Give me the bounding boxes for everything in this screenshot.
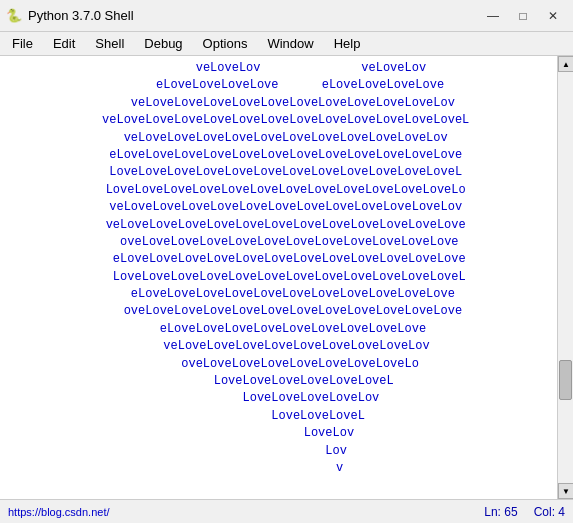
status-bar: https://blog.csdn.net/ Ln: 65 Col: 4 — [0, 499, 573, 523]
minimize-button[interactable]: — — [479, 6, 507, 26]
scroll-down-button[interactable]: ▼ — [558, 483, 573, 499]
menu-bar: File Edit Shell Debug Options Window Hel… — [0, 32, 573, 56]
status-position: Ln: 65 Col: 4 — [484, 505, 565, 519]
scrollbar[interactable]: ▲ ▼ — [557, 56, 573, 499]
menu-file[interactable]: File — [4, 34, 41, 53]
scroll-track[interactable] — [558, 72, 573, 483]
menu-options[interactable]: Options — [195, 34, 256, 53]
title-controls: — □ ✕ — [479, 6, 567, 26]
maximize-button[interactable]: □ — [509, 6, 537, 26]
menu-edit[interactable]: Edit — [45, 34, 83, 53]
col-number: Col: 4 — [534, 505, 565, 519]
close-button[interactable]: ✕ — [539, 6, 567, 26]
title-bar: 🐍 Python 3.7.0 Shell — □ ✕ — [0, 0, 573, 32]
menu-shell[interactable]: Shell — [87, 34, 132, 53]
title-left: 🐍 Python 3.7.0 Shell — [6, 8, 134, 24]
status-link: https://blog.csdn.net/ — [8, 506, 110, 518]
scroll-thumb[interactable] — [559, 360, 572, 400]
main-area: veLoveLov veLoveLov eLoveLoveLoveLove eL… — [0, 56, 573, 499]
python-icon: 🐍 — [6, 8, 22, 24]
shell-output: veLoveLov veLoveLov eLoveLoveLoveLove eL… — [0, 56, 557, 499]
scroll-up-button[interactable]: ▲ — [558, 56, 573, 72]
line-number: Ln: 65 — [484, 505, 517, 519]
menu-debug[interactable]: Debug — [136, 34, 190, 53]
menu-help[interactable]: Help — [326, 34, 369, 53]
window-title: Python 3.7.0 Shell — [28, 8, 134, 23]
menu-window[interactable]: Window — [259, 34, 321, 53]
